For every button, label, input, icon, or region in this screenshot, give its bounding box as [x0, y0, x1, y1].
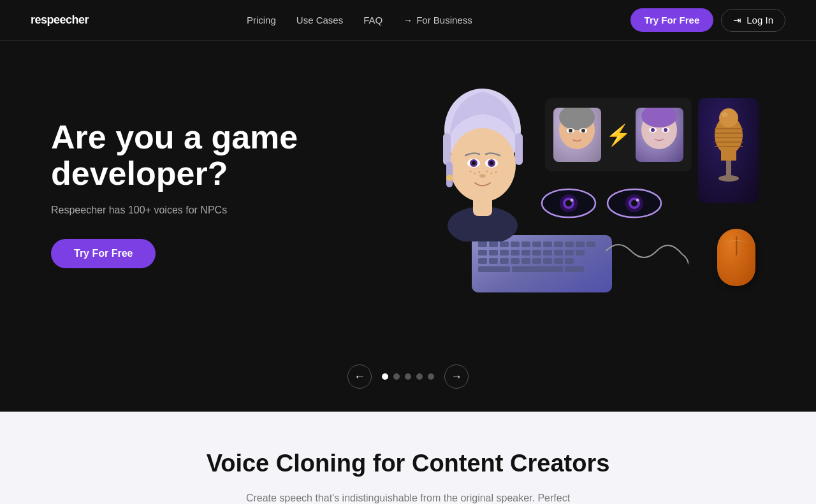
- nav-actions: Try For Free ⇥ Log In: [630, 8, 785, 32]
- hero-text-block: Are you a game developer? Respeecher has…: [51, 119, 357, 268]
- mic-svg: [703, 106, 754, 196]
- carousel-dot-4[interactable]: [416, 373, 423, 380]
- svg-point-15: [479, 171, 481, 173]
- hero-try-free-button[interactable]: Try For Free: [51, 239, 156, 268]
- svg-point-48: [571, 199, 574, 202]
- eye-illustration-1: [539, 186, 599, 221]
- svg-point-43: [722, 112, 728, 117]
- svg-rect-34: [721, 135, 736, 161]
- svg-point-53: [636, 199, 639, 202]
- carousel-dot-1[interactable]: [382, 373, 388, 380]
- carousel-dot-2[interactable]: [393, 373, 400, 380]
- microphone-card: [698, 98, 759, 203]
- carousel-next-button[interactable]: →: [444, 364, 469, 389]
- carousel-dot-3[interactable]: [405, 373, 411, 380]
- arrow-right-icon: →: [403, 15, 412, 25]
- nav-try-free-button[interactable]: Try For Free: [630, 8, 714, 32]
- brand-logo[interactable]: respeecher: [31, 13, 89, 27]
- nav-link-for-business[interactable]: → For Business: [403, 15, 472, 25]
- svg-point-16: [486, 171, 488, 173]
- npc-faces-card: ⚡: [545, 98, 692, 171]
- nav-link-pricing[interactable]: Pricing: [247, 15, 276, 25]
- login-icon: ⇥: [733, 15, 741, 26]
- svg-point-32: [664, 128, 667, 132]
- svg-point-30: [651, 128, 655, 132]
- svg-point-19: [479, 174, 486, 178]
- npc-face-1-svg: [553, 108, 601, 162]
- nav-link-use-cases[interactable]: Use Cases: [296, 15, 343, 25]
- svg-point-17: [491, 173, 493, 175]
- nav-links: Pricing Use Cases FAQ → For Business: [247, 15, 472, 25]
- svg-point-3: [449, 128, 516, 202]
- svg-point-42: [719, 108, 738, 127]
- lightning-icon: ⚡: [606, 123, 631, 147]
- bottom-subtitle: Create speech that's indistinguishable f…: [242, 490, 574, 504]
- keyboard-illustration: [472, 235, 612, 292]
- svg-rect-4: [443, 133, 451, 165]
- bottom-section: Voice Cloning for Content Creators Creat…: [0, 412, 816, 504]
- svg-point-18: [495, 171, 497, 173]
- nav-link-faq[interactable]: FAQ: [363, 15, 382, 25]
- hero-illustration: ⚡: [408, 92, 765, 296]
- mouse-wire-svg: [606, 232, 688, 273]
- svg-point-20: [446, 175, 453, 181]
- svg-point-12: [490, 161, 493, 165]
- npc-face-2-svg: [636, 108, 683, 162]
- hero-subtitle: Respeecher has 100+ voices for NPCs: [51, 205, 357, 216]
- carousel-controls: ← →: [0, 347, 816, 412]
- carousel-dot-5[interactable]: [428, 373, 434, 380]
- navbar: respeecher Pricing Use Cases FAQ → For B…: [0, 0, 816, 41]
- svg-point-26: [581, 129, 585, 133]
- hero-section: Are you a game developer? Respeecher has…: [0, 41, 816, 347]
- carousel-prev-button[interactable]: ←: [347, 364, 372, 389]
- carousel-dots: [382, 373, 434, 380]
- svg-point-24: [569, 129, 572, 133]
- svg-point-9: [472, 161, 476, 165]
- svg-rect-40: [726, 161, 731, 176]
- bottom-title: Voice Cloning for Content Creators: [31, 450, 785, 477]
- character-face-svg: [433, 73, 532, 241]
- svg-point-14: [474, 173, 476, 175]
- hero-title: Are you a game developer?: [51, 119, 357, 192]
- svg-point-41: [718, 175, 739, 182]
- nav-login-button[interactable]: ⇥ Log In: [721, 9, 785, 32]
- svg-rect-5: [515, 133, 523, 165]
- svg-point-13: [470, 171, 472, 173]
- mouse-illustration: [717, 229, 755, 286]
- eye-illustration-2: [604, 186, 665, 221]
